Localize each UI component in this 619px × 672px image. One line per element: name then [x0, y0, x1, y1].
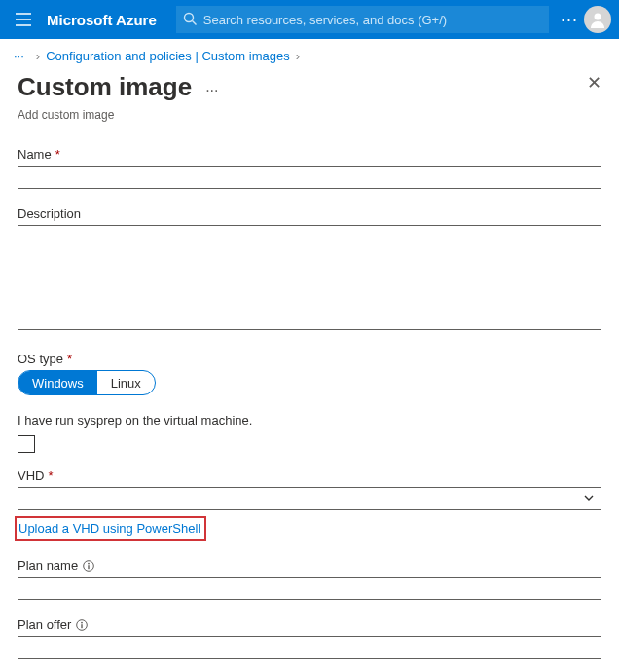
svg-point-0 [184, 14, 193, 22]
page-title: Custom image [18, 72, 192, 102]
sysprep-label: I have run sysprep on the virtual machin… [18, 413, 252, 428]
os-type-toggle: Windows Linux [18, 370, 156, 395]
plan-offer-label: Plan offer [18, 617, 71, 632]
global-search [176, 6, 549, 33]
name-label: Name [18, 147, 52, 162]
vhd-field: VHD* [18, 468, 601, 510]
description-field: Description [18, 206, 601, 334]
svg-rect-8 [82, 624, 83, 628]
os-windows-option[interactable]: Windows [18, 371, 97, 394]
description-input[interactable] [18, 225, 601, 330]
info-icon[interactable] [76, 619, 88, 631]
plan-offer-field: Plan offer [18, 617, 601, 659]
svg-point-2 [595, 14, 601, 20]
brand-label: Microsoft Azure [47, 12, 157, 28]
vhd-label: VHD [18, 468, 44, 483]
plan-name-field: Plan name [18, 558, 601, 600]
chevron-right-icon: › [296, 49, 300, 63]
name-input[interactable] [18, 166, 601, 189]
chevron-right-icon: › [36, 49, 40, 63]
os-linux-option[interactable]: Linux [97, 371, 155, 394]
os-type-label: OS type [18, 352, 63, 366]
description-label: Description [18, 206, 81, 221]
title-more-icon[interactable]: ··· [205, 82, 218, 99]
vhd-select[interactable] [18, 487, 601, 510]
user-avatar[interactable] [584, 6, 611, 33]
required-star: * [67, 352, 72, 366]
more-actions-icon[interactable]: ··· [561, 10, 578, 30]
search-input[interactable] [176, 6, 549, 33]
svg-rect-5 [88, 565, 89, 569]
plan-name-label: Plan name [18, 558, 78, 573]
info-icon[interactable] [83, 560, 94, 572]
highlight-annotation: Upload a VHD using PowerShell [15, 516, 206, 541]
required-star: * [48, 468, 53, 483]
sysprep-field: I have run sysprep on the virtual machin… [18, 413, 601, 453]
azure-topbar: Microsoft Azure ··· [0, 0, 619, 39]
upload-vhd-link[interactable]: Upload a VHD using PowerShell [18, 521, 200, 536]
os-type-field: OS type* Windows Linux [18, 352, 601, 395]
top-actions: ··· [561, 6, 611, 33]
svg-point-4 [88, 562, 90, 564]
search-icon [183, 12, 198, 26]
required-star: * [55, 147, 60, 162]
svg-point-7 [82, 621, 84, 623]
custom-image-form: Name* Description OS type* Windows Linux… [0, 147, 619, 672]
name-field: Name* [18, 147, 601, 189]
breadcrumb: ··· › Configuration and policies | Custo… [0, 39, 619, 72]
plan-name-input[interactable] [18, 577, 601, 600]
sysprep-checkbox[interactable] [18, 435, 35, 453]
close-icon[interactable]: ✕ [587, 72, 601, 93]
breadcrumb-link[interactable]: Configuration and policies | Custom imag… [46, 49, 290, 63]
svg-line-1 [192, 21, 196, 25]
plan-offer-input[interactable] [18, 636, 601, 659]
hamburger-menu-icon[interactable] [8, 4, 39, 35]
page-subtitle: Add custom image [0, 108, 619, 122]
breadcrumb-more-icon[interactable]: ··· [14, 49, 24, 63]
